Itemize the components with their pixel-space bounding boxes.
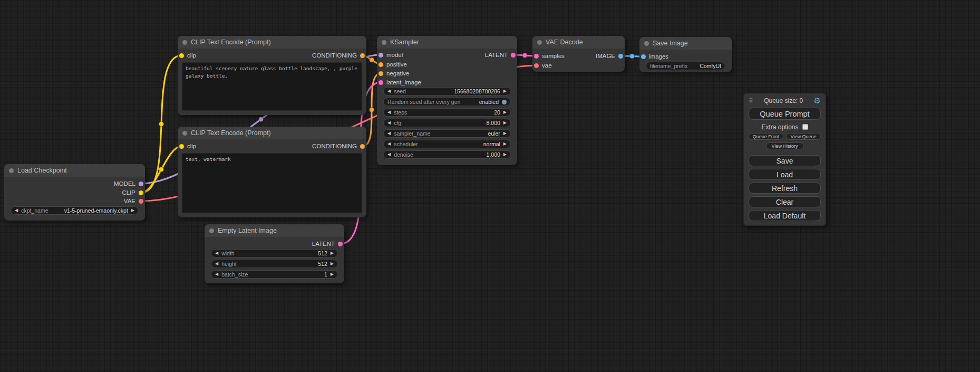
node-title-bar[interactable]: KSampler	[377, 36, 517, 49]
node-title-bar[interactable]: CLIP Text Encode (Prompt)	[178, 127, 366, 139]
node-title-bar[interactable]: Empty Latent Image	[205, 224, 344, 237]
node-title-bar[interactable]: Load Checkpoint	[4, 164, 145, 177]
input-slot-positive[interactable]: positive	[379, 61, 407, 68]
widget-ckpt-name[interactable]: ◀ ckpt_name v1-5-pruned-emaonly.ckpt ▶	[11, 206, 139, 215]
output-dot-clip[interactable]	[139, 190, 143, 195]
queue-prompt-button[interactable]: Queue Prompt	[749, 108, 821, 120]
negative-prompt-textarea[interactable]: text, watermark	[182, 153, 362, 213]
node-empty-latent-image[interactable]: Empty Latent Image LATENT ◀ width 512 ▶ …	[205, 224, 344, 283]
widget-random-seed[interactable]: Random seed after every gen enabled	[383, 98, 511, 106]
increment-arrow-icon[interactable]: ▶	[331, 250, 334, 257]
decrement-arrow-icon[interactable]: ◀	[215, 250, 218, 257]
input-dot-clip[interactable]	[179, 144, 184, 149]
save-button[interactable]: Save	[749, 155, 821, 166]
widget-batch-size[interactable]: ◀ batch_size 1 ▶	[211, 270, 338, 279]
collapse-dot[interactable]	[209, 228, 214, 233]
widget-seed[interactable]: ◀ seed 156680208700286 ▶	[383, 87, 511, 96]
increment-arrow-icon[interactable]: ▶	[331, 260, 334, 268]
collapse-dot[interactable]	[9, 168, 14, 173]
output-dot-latent[interactable]	[511, 53, 516, 58]
node-clip-text-encode-negative[interactable]: CLIP Text Encode (Prompt) clip CONDITION…	[178, 127, 366, 217]
input-slot-model[interactable]: model	[379, 51, 403, 59]
output-slot-conditioning[interactable]: CONDITIONING	[312, 52, 365, 59]
decrement-arrow-icon[interactable]: ◀	[215, 271, 218, 278]
input-dot-model[interactable]	[379, 53, 383, 58]
positive-prompt-textarea[interactable]: beautiful scenery nature glass bottle la…	[182, 62, 362, 111]
output-dot-conditioning[interactable]	[360, 144, 365, 149]
output-dot-image[interactable]	[618, 54, 623, 59]
input-slot-clip[interactable]: clip	[179, 142, 196, 150]
widget-denoise[interactable]: ◀ denoise 1.000 ▶	[383, 150, 511, 159]
collapse-dot[interactable]	[182, 40, 187, 45]
decrement-arrow-icon[interactable]: ◀	[387, 119, 391, 127]
input-slot-images[interactable]: images	[641, 53, 668, 60]
input-slot-vae[interactable]: vae	[534, 62, 552, 69]
input-dot-clip[interactable]	[179, 53, 184, 58]
widget-height[interactable]: ◀ height 512 ▶	[211, 260, 338, 268]
collapse-dot[interactable]	[182, 131, 187, 136]
drag-handle-icon[interactable]: ⠿	[749, 97, 753, 104]
output-slot-conditioning[interactable]: CONDITIONING	[312, 142, 365, 150]
input-dot-negative[interactable]	[379, 71, 383, 76]
increment-arrow-icon[interactable]: ▶	[503, 140, 507, 148]
node-vae-decode[interactable]: VAE Decode samples vae IMAGE	[532, 36, 625, 72]
output-slot-vae[interactable]: VAE	[124, 197, 143, 205]
clear-button[interactable]: Clear	[749, 196, 821, 207]
load-default-button[interactable]: Load Default	[749, 210, 821, 221]
input-dot-positive[interactable]	[379, 62, 383, 67]
node-load-checkpoint[interactable]: Load Checkpoint MODEL CLIP VAE ◀ ckpt_na…	[4, 164, 145, 221]
load-button[interactable]: Load	[749, 169, 821, 180]
view-queue-button[interactable]: View Queue	[786, 133, 821, 140]
widget-steps[interactable]: ◀ steps 20 ▶	[383, 108, 511, 117]
view-history-button[interactable]: View History	[766, 142, 804, 149]
node-title-bar[interactable]: VAE Decode	[532, 36, 625, 49]
extra-options-checkbox[interactable]	[802, 124, 808, 130]
input-dot-images[interactable]	[641, 54, 646, 59]
widget-scheduler[interactable]: ◀ scheduler normal ▶	[383, 140, 511, 148]
decrement-arrow-icon[interactable]: ◀	[387, 151, 391, 158]
node-ksampler[interactable]: KSampler model positive negative latent_…	[377, 36, 517, 165]
widget-filename-prefix[interactable]: filename_prefix ComfyUI	[646, 62, 725, 70]
increment-arrow-icon[interactable]: ▶	[131, 207, 134, 214]
input-slot-samples[interactable]: samples	[534, 52, 565, 60]
queue-front-button[interactable]: Queue Front	[749, 133, 783, 140]
collapse-dot[interactable]	[382, 40, 386, 45]
toggle-indicator[interactable]	[502, 100, 507, 104]
increment-arrow-icon[interactable]: ▶	[503, 109, 507, 116]
increment-arrow-icon[interactable]: ▶	[503, 88, 507, 95]
input-slot-latent-image[interactable]: latent_image	[379, 79, 421, 86]
widget-cfg[interactable]: ◀ cfg 8.000 ▶	[383, 119, 511, 127]
decrement-arrow-icon[interactable]: ◀	[387, 140, 391, 148]
decrement-arrow-icon[interactable]: ◀	[387, 88, 391, 95]
graph-canvas[interactable]: Load Checkpoint MODEL CLIP VAE ◀ ckpt_na…	[0, 0, 980, 372]
decrement-arrow-icon[interactable]: ◀	[387, 109, 391, 116]
increment-arrow-icon[interactable]: ▶	[503, 119, 507, 127]
output-slot-clip[interactable]: CLIP	[122, 189, 143, 196]
widget-width[interactable]: ◀ width 512 ▶	[211, 249, 338, 257]
node-title-bar[interactable]: Save Image	[639, 37, 732, 50]
input-dot-vae[interactable]	[534, 63, 539, 68]
decrement-arrow-icon[interactable]: ◀	[387, 130, 391, 137]
settings-gear-icon[interactable]: ⚙	[814, 97, 821, 104]
output-slot-latent[interactable]: LATENT	[485, 51, 516, 59]
node-title-bar[interactable]: CLIP Text Encode (Prompt)	[178, 36, 366, 49]
input-slot-negative[interactable]: negative	[379, 70, 409, 77]
decrement-arrow-icon[interactable]: ◀	[215, 260, 218, 268]
increment-arrow-icon[interactable]: ▶	[503, 130, 507, 137]
output-dot-model[interactable]	[139, 182, 143, 186]
collapse-dot[interactable]	[537, 40, 542, 45]
output-slot-model[interactable]: MODEL	[114, 180, 143, 187]
output-dot-latent[interactable]	[338, 242, 343, 246]
output-slot-latent[interactable]: LATENT	[312, 240, 343, 247]
increment-arrow-icon[interactable]: ▶	[331, 271, 334, 278]
output-dot-conditioning[interactable]	[360, 53, 365, 58]
collapse-dot[interactable]	[644, 41, 649, 46]
widget-sampler-name[interactable]: ◀ sampler_name euler ▶	[383, 129, 511, 138]
output-dot-vae[interactable]	[139, 199, 143, 204]
output-slot-image[interactable]: IMAGE	[596, 52, 623, 60]
node-save-image[interactable]: Save Image images filename_prefix ComfyU…	[639, 37, 732, 72]
node-clip-text-encode-positive[interactable]: CLIP Text Encode (Prompt) clip CONDITION…	[178, 36, 366, 115]
input-dot-latent-image[interactable]	[379, 80, 383, 85]
input-slot-clip[interactable]: clip	[179, 52, 196, 59]
increment-arrow-icon[interactable]: ▶	[503, 151, 507, 158]
